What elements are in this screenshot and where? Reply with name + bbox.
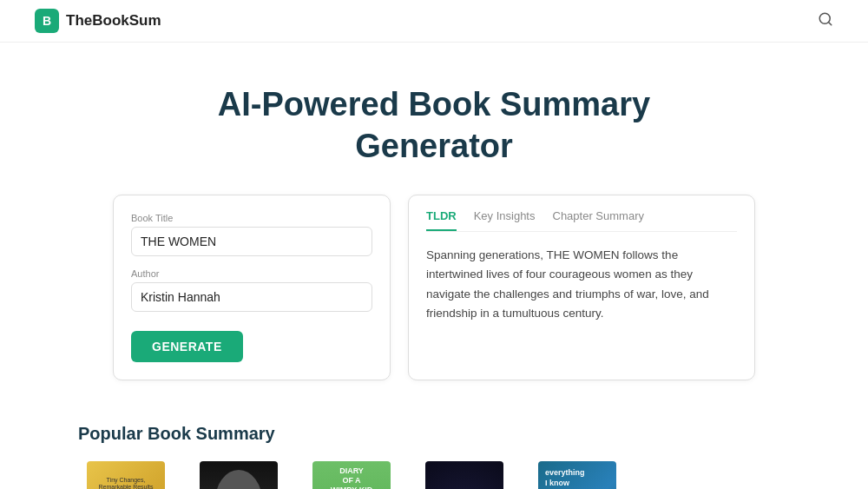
books-row: Tiny Changes,Remarkable Results AtomicHa… xyxy=(78,461,790,489)
search-icon xyxy=(818,11,833,27)
tab-bar: TLDR Key Insights Chapter Summary xyxy=(426,209,737,232)
author-label: Author xyxy=(131,268,372,279)
svg-line-1 xyxy=(828,22,831,24)
book-cover-bride: BRIDE xyxy=(200,461,278,489)
author-input[interactable] xyxy=(131,282,372,312)
generate-button[interactable]: GENERATE xyxy=(131,331,243,362)
tab-chapter-summary[interactable]: Chapter Summary xyxy=(553,209,644,231)
summary-text: Spanning generations, THE WOMEN follows … xyxy=(426,246,737,323)
book-title-input[interactable] xyxy=(131,227,372,256)
logo-icon: B xyxy=(35,9,59,33)
main-panel: Book Title Author GENERATE TLDR Key Insi… xyxy=(78,195,790,415)
book-item-diary[interactable]: DIARYOF AWIMPY KID HARD LUCK DIARY OF A … xyxy=(304,461,399,489)
book-item-bride[interactable]: BRIDE BRIDE by Ali Hazelwood xyxy=(191,461,286,489)
search-button[interactable] xyxy=(818,11,833,31)
book-cover-divine: Divine Rivals xyxy=(425,461,503,489)
popular-title: Popular Book Summary xyxy=(78,424,790,444)
book-cover-everything: everythingI knowaboutwomen,friendship,lo… xyxy=(538,461,616,489)
hero-section: AI-Powered Book Summary Generator xyxy=(0,43,868,195)
tab-tldr[interactable]: TLDR xyxy=(426,209,457,231)
logo-area: B TheBookSum xyxy=(35,9,161,33)
hero-title: AI-Powered Book Summary Generator xyxy=(17,84,851,167)
book-item-atomic-habits[interactable]: Tiny Changes,Remarkable Results AtomicHa… xyxy=(78,461,174,489)
input-card: Book Title Author GENERATE xyxy=(113,195,391,380)
book-cover-diary: DIARYOF AWIMPY KID HARD LUCK xyxy=(312,461,391,489)
book-item-divine[interactable]: Divine Rivals DIVINE RIVALS by Rebecca F… xyxy=(417,461,512,489)
book-title-label: Book Title xyxy=(131,213,372,223)
popular-section: Popular Book Summary Tiny Changes,Remark… xyxy=(43,415,825,489)
book-item-everything[interactable]: everythingI knowaboutwomen,friendship,lo… xyxy=(529,461,625,489)
author-field: Author xyxy=(131,268,372,312)
book-cover-atomic-habits: Tiny Changes,Remarkable Results AtomicHa… xyxy=(87,461,165,489)
book-title-field: Book Title xyxy=(131,213,372,256)
logo-text: TheBookSum xyxy=(66,12,161,30)
summary-card: TLDR Key Insights Chapter Summary Spanni… xyxy=(408,195,755,380)
header: B TheBookSum xyxy=(0,0,868,43)
tab-key-insights[interactable]: Key Insights xyxy=(474,209,536,231)
